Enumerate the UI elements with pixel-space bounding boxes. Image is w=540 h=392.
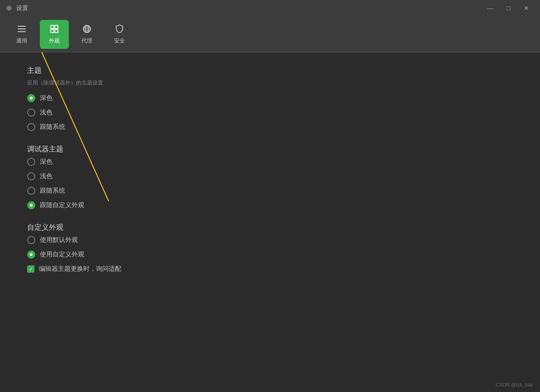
- maximize-button[interactable]: □: [500, 2, 516, 14]
- tab-security-label: 安全: [114, 37, 125, 45]
- debugger-option-system-label: 跟随系统: [40, 187, 65, 195]
- debugger-option-light[interactable]: 浅色: [27, 172, 513, 180]
- checkbox-ask-adapt[interactable]: 编辑器主题更换时，询问适配: [27, 265, 513, 273]
- close-button[interactable]: ✕: [518, 2, 535, 14]
- tab-proxy-label: 代理: [81, 37, 92, 45]
- debugger-option-custom[interactable]: 跟随自定义外观: [27, 201, 513, 209]
- checkbox-ask-adapt-box: [27, 265, 34, 273]
- appearance-icon: [49, 24, 59, 35]
- watermark: CSDN @lzb_kkk: [496, 382, 533, 387]
- debugger-option-dark[interactable]: 深色: [27, 158, 513, 166]
- theme-option-light-label: 浅色: [40, 109, 53, 117]
- theme-option-dark-label: 深色: [40, 94, 53, 102]
- debugger-radio-dark: [27, 158, 35, 166]
- radio-dark-selected: [27, 94, 35, 102]
- radio-system: [27, 123, 35, 131]
- theme-option-system-label: 跟随系统: [40, 123, 65, 131]
- custom-option-default-label: 使用默认外观: [40, 236, 78, 244]
- debugger-theme-title: 调试器主题: [27, 145, 513, 154]
- svg-rect-6: [51, 29, 54, 33]
- settings-icon: [5, 5, 13, 12]
- custom-option-custom-label: 使用自定义外观: [40, 250, 84, 259]
- custom-option-default[interactable]: 使用默认外观: [27, 236, 513, 244]
- tab-proxy[interactable]: 代理: [72, 20, 101, 49]
- theme-section: 主题 应用（除调试器外）的主题设置 深色 浅色 跟随系统: [27, 66, 513, 131]
- custom-appearance-title: 自定义外观: [27, 223, 513, 232]
- title-bar-title: 设置: [16, 4, 28, 12]
- title-bar: 设置 — □ ✕: [0, 0, 540, 16]
- custom-radio-default: [27, 236, 35, 244]
- debugger-radio-custom-selected: [27, 201, 35, 209]
- debugger-option-system[interactable]: 跟随系统: [27, 187, 513, 195]
- title-bar-controls: — □ ✕: [482, 2, 535, 14]
- custom-radio-custom-selected: [27, 250, 35, 259]
- theme-option-dark[interactable]: 深色: [27, 94, 513, 102]
- theme-title: 主题: [27, 66, 513, 76]
- title-bar-left: 设置: [5, 4, 28, 12]
- proxy-icon: [82, 24, 92, 35]
- custom-appearance-section: 自定义外观 使用默认外观 使用自定义外观 编辑器主题更换时，询问适配: [27, 223, 513, 273]
- theme-option-light[interactable]: 浅色: [27, 109, 513, 117]
- radio-light: [27, 109, 35, 117]
- debugger-radio-light: [27, 172, 35, 180]
- main-content: 主题 应用（除调试器外）的主题设置 深色 浅色 跟随系统 调试器主题 深色 浅色…: [0, 52, 540, 300]
- debugger-option-custom-label: 跟随自定义外观: [40, 201, 84, 209]
- debugger-radio-system: [27, 187, 35, 195]
- svg-rect-7: [55, 29, 58, 33]
- toolbar: 通用 外观 代理: [0, 16, 540, 52]
- debugger-theme-section: 调试器主题 深色 浅色 跟随系统 跟随自定义外观: [27, 145, 513, 209]
- security-icon: [115, 24, 124, 35]
- svg-rect-5: [55, 25, 58, 28]
- general-icon: [17, 24, 27, 35]
- tab-appearance-label: 外观: [49, 37, 60, 45]
- svg-point-0: [8, 7, 10, 9]
- svg-rect-4: [51, 25, 54, 28]
- debugger-option-dark-label: 深色: [40, 158, 53, 166]
- tab-security[interactable]: 安全: [105, 20, 134, 49]
- custom-option-custom[interactable]: 使用自定义外观: [27, 250, 513, 259]
- tab-appearance[interactable]: 外观: [40, 20, 69, 49]
- tab-general-label: 通用: [16, 37, 27, 45]
- tab-general[interactable]: 通用: [7, 20, 36, 49]
- minimize-button[interactable]: —: [482, 2, 498, 14]
- debugger-option-light-label: 浅色: [40, 172, 53, 180]
- checkbox-ask-adapt-label: 编辑器主题更换时，询问适配: [39, 265, 121, 273]
- theme-option-system[interactable]: 跟随系统: [27, 123, 513, 131]
- theme-subtitle: 应用（除调试器外）的主题设置: [27, 79, 513, 87]
